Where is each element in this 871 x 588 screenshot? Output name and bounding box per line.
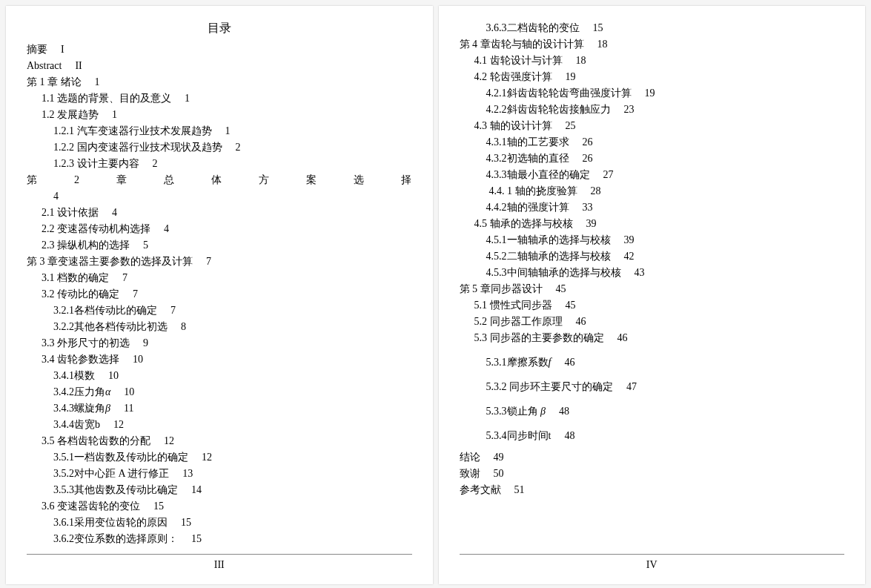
toc-entry-text: 5.3.1摩擦系数f [486, 357, 552, 368]
toc-entry-text: 4.4.2轴的强度计算 [486, 202, 569, 213]
toc-entry-text: 结论 [460, 452, 480, 463]
toc-entry-text: 4.3.1轴的工艺要求 [486, 136, 569, 148]
toc-entries-left: 摘要IAbstractII第 1 章 绪论11.1 选题的背景、目的及意义11.… [27, 42, 412, 546]
toc-entry-text: 4.3.2初选轴的直径 [486, 153, 569, 164]
toc-entry-page: 13 [182, 468, 193, 479]
toc-entry-text: 5.3 同步器的主要参数的确定 [474, 332, 604, 343]
toc-entry-text: 4.5.2二轴轴承的选择与校核 [486, 251, 611, 262]
toc-entry: 3.4 齿轮参数选择10 [42, 351, 412, 367]
toc-title: 目录 [27, 19, 412, 37]
toc-entry: 3.6.3二档齿轮的变位15 [486, 20, 845, 36]
toc-entry-text: 4.5 轴承的选择与校核 [474, 218, 573, 229]
toc-entry-page: II [75, 60, 82, 71]
toc-entry: 致谢50 [460, 466, 845, 481]
toc-entry-page: 27 [603, 169, 614, 180]
toc-entry: 1.1 选题的背景、目的及意义1 [42, 90, 412, 106]
toc-entry-page: 9 [143, 337, 148, 348]
toc-entry-page: 43 [635, 267, 645, 278]
toc-entry: 1.2.1 汽车变速器行业技术发展趋势1 [53, 123, 412, 139]
toc-entry-text: 3.6.2变位系数的选择原则： [53, 533, 178, 544]
toc-entry-page: 26 [583, 136, 593, 148]
toc-entry: 2.1 设计依据4 [42, 205, 412, 220]
toc-entry-page: 46 [564, 357, 574, 368]
toc-entry-text: 3.2.2其他各档传动比初选 [53, 321, 168, 332]
toc-entry-text: 1.2.3 设计主要内容 [53, 158, 139, 169]
toc-entry-page: 39 [586, 218, 597, 229]
toc-entry-text: 4 [53, 191, 59, 202]
toc-entry: 4.2 轮齿强度计算19 [474, 69, 845, 85]
toc-entry-text: 5.1 惯性式同步器 [474, 300, 552, 311]
toc-entry-page: 49 [494, 452, 504, 463]
toc-entry-page: 2 [236, 142, 241, 153]
toc-entry-text: 第 4 章齿轮与轴的设计计算 [460, 39, 584, 50]
toc-entry-text: 3.2.1各档传动比的确定 [53, 305, 157, 316]
toc-entry-page: 8 [181, 321, 186, 332]
toc-entry-page: 5 [143, 240, 148, 251]
toc-entry-page: 19 [645, 87, 655, 99]
toc-entry-text: 4.1 齿轮设计与计算 [474, 55, 563, 66]
toc-entry: AbstractII [27, 58, 412, 73]
page-number-right: IV [439, 557, 866, 572]
toc-entry: 4.5.3中间轴轴承的选择与校核43 [486, 265, 845, 280]
toc-entry: 3.4.4齿宽b12 [53, 417, 412, 432]
toc-entry: 第 4 章齿轮与轴的设计计算18 [460, 36, 845, 52]
toc-entry: 4.4. 1 轴的挠度验算28 [489, 183, 845, 199]
toc-entry: 参考文献51 [460, 482, 845, 498]
toc-entry-page: 12 [202, 452, 212, 463]
toc-entry-text: 第 1 章 绪论 [27, 76, 82, 87]
toc-entry: 3.6.1采用变位齿轮的原因15 [53, 515, 412, 530]
toc-entry: 摘要I [27, 42, 412, 57]
toc-entry-page: 12 [164, 435, 174, 446]
toc-entry-text: 4.2.2斜齿齿轮轮齿接触应力 [486, 104, 611, 115]
toc-entry: 4.1 齿轮设计与计算18 [474, 53, 845, 68]
toc-entry-page: 33 [583, 202, 593, 213]
toc-entry-text: 4.5.3中间轴轴承的选择与校核 [486, 267, 621, 278]
page-rule [27, 554, 412, 555]
toc-entry-page: 1 [95, 76, 100, 87]
toc-entry-page: 7 [206, 256, 211, 267]
toc-entry-text: 4.3 轴的设计计算 [474, 120, 552, 131]
toc-entry-text: Abstract [27, 60, 62, 71]
toc-entry: 4.5.2二轴轴承的选择与校核42 [486, 248, 845, 264]
toc-entry-text: 1.2.2 国内变速器行业技术现状及趋势 [53, 142, 222, 153]
toc-entry-page: 1 [112, 109, 117, 120]
toc-entry-page: 39 [624, 234, 635, 245]
toc-entry: 2.2 变速器传动机构选择4 [42, 221, 412, 237]
toc-entry: 3.5.1一档齿数及传动比的确定12 [53, 449, 412, 465]
toc-entry-page: 25 [566, 120, 576, 131]
toc-entry-page: 4 [164, 223, 169, 234]
toc-entry-text: 3.6 变速器齿轮的变位 [42, 501, 140, 512]
toc-entry-text: 3.4.3螺旋角β [53, 403, 110, 414]
toc-entry-page: 19 [566, 71, 576, 82]
toc-entry: 1.2.3 设计主要内容2 [53, 156, 412, 171]
toc-entry: 4.3 轴的设计计算25 [474, 118, 845, 133]
toc-entry-page: 15 [593, 22, 603, 33]
toc-entry: 4.3.2初选轴的直径26 [486, 151, 845, 166]
toc-entry-page: 28 [591, 185, 601, 196]
toc-entry: 3.5 各档齿轮齿数的分配12 [42, 433, 412, 449]
toc-entry-page: 26 [583, 153, 593, 164]
toc-entry-page: 14 [191, 484, 202, 495]
toc-entry-page: I [61, 44, 64, 55]
toc-entry-text: 4.2.1斜齿齿轮轮齿弯曲强度计算 [486, 87, 632, 99]
toc-entry-text: 4.4. 1 轴的挠度验算 [489, 185, 577, 196]
toc-entry-page: 2 [153, 158, 158, 169]
toc-entry-text: 3.3 外形尺寸的初选 [42, 337, 130, 348]
toc-entry-page: 4 [112, 207, 117, 218]
toc-entry: 5.3.1摩擦系数f46 [486, 354, 845, 370]
toc-entry-text: 2.2 变速器传动机构选择 [42, 223, 150, 234]
toc-entry-page: 10 [124, 386, 134, 397]
toc-entry-page: 7 [122, 272, 127, 283]
toc-entry-text: 5.2 同步器工作原理 [474, 316, 563, 327]
toc-entry-text: 3.4.2压力角α [53, 386, 110, 397]
toc-entry: 3.2.2其他各档传动比初选8 [53, 319, 412, 334]
toc-entry-page: 15 [181, 517, 191, 528]
toc-entry-page: 42 [624, 251, 635, 262]
toc-entry: 3.1 档数的确定7 [42, 270, 412, 285]
toc-entry: 3.5.2对中心距 A 进行修正13 [53, 466, 412, 481]
toc-entry-text: 3.1 档数的确定 [42, 272, 109, 283]
toc-entry-text: 3.6.3二档齿轮的变位 [486, 22, 580, 33]
toc-entry-text: 3.6.1采用变位齿轮的原因 [53, 517, 168, 528]
toc-entry: 第 5 章同步器设计45 [460, 281, 845, 297]
toc-entry: 3.2 传动比的确定7 [42, 286, 412, 302]
